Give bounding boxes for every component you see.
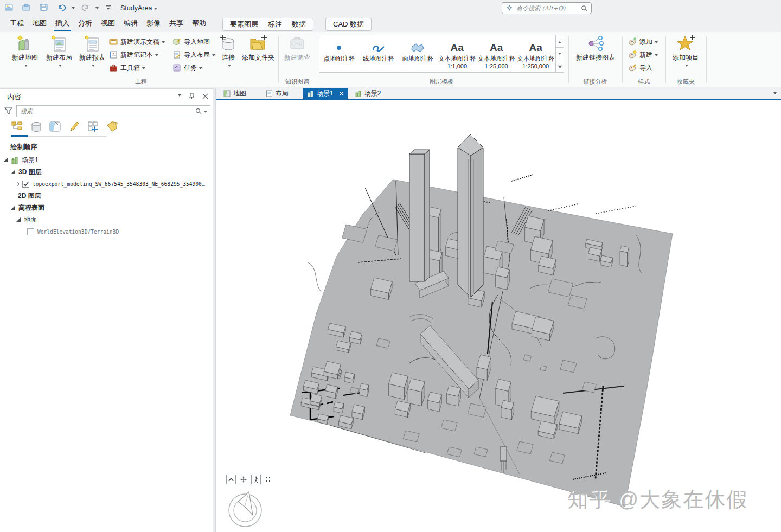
list-by-selection-icon[interactable]	[49, 120, 62, 134]
new-map-button[interactable]: 新建地图	[8, 34, 42, 69]
close-view-icon[interactable]	[339, 91, 344, 96]
tasks-button[interactable]: 任务	[172, 62, 202, 73]
command-search[interactable]	[502, 2, 592, 14]
layer-checkbox-unchecked[interactable]	[27, 228, 34, 235]
title-dropdown-icon[interactable]	[154, 8, 157, 11]
new-layout-button[interactable]: 新建布局	[42, 34, 76, 69]
polygon-note-template[interactable]: 面地图注释	[398, 35, 438, 72]
line-note-template[interactable]: 线地图注释	[359, 35, 399, 72]
style-new-button[interactable]: 新建	[628, 49, 658, 60]
add-item-button[interactable]: 添加项目	[668, 34, 703, 69]
pan-mode-button[interactable]	[239, 475, 248, 484]
list-by-label-class-icon[interactable]	[106, 120, 119, 134]
new-presentation-button[interactable]: 新建演示文稿	[109, 36, 165, 47]
tab-feature-layer[interactable]: 要素图层	[230, 20, 258, 29]
tree-item-ground[interactable]: 地面	[0, 214, 213, 226]
list-by-data-source-icon[interactable]	[30, 120, 43, 134]
expander-closed-icon[interactable]	[16, 182, 20, 187]
tab-data[interactable]: 数据	[292, 20, 306, 29]
tree-item-scene[interactable]: 场景1	[0, 154, 213, 166]
toolbox-icon	[109, 63, 118, 72]
text-note-icon: Aa	[438, 40, 477, 55]
tab-insert[interactable]: 插入	[55, 16, 69, 32]
tab-imagery[interactable]: 影像	[146, 16, 161, 32]
expander-open-icon[interactable]	[11, 206, 16, 210]
tasks-icon	[172, 63, 181, 72]
new-link-chart-button[interactable]: 新建链接图表	[574, 34, 617, 61]
import-layout-button[interactable]: 导入布局	[172, 49, 215, 60]
text-note-icon: Aa	[477, 40, 516, 55]
title-bar: StudyArea	[0, 0, 781, 16]
pin-icon[interactable]	[189, 93, 195, 100]
contents-search[interactable]	[16, 105, 210, 117]
expander-open-icon[interactable]	[11, 170, 16, 175]
view-tab-scene1[interactable]: 场景1	[303, 88, 348, 99]
scene-icon	[11, 156, 19, 164]
import-map-button[interactable]: 导入地图	[172, 36, 210, 47]
undo-icon[interactable]	[57, 3, 66, 12]
tab-map[interactable]: 地图	[33, 16, 47, 32]
tab-edit[interactable]: 编辑	[124, 16, 138, 32]
nav-expand-icon[interactable]	[265, 475, 271, 484]
tab-project[interactable]: 工程	[10, 16, 24, 32]
gallery-down-button[interactable]	[556, 48, 564, 60]
tree-item-terrain[interactable]: WorldElevation3D/Terrain3D	[0, 226, 213, 238]
tab-view[interactable]: 视图	[101, 16, 115, 32]
customize-qat-icon[interactable]	[105, 4, 112, 11]
list-by-editing-icon[interactable]	[68, 120, 81, 134]
text-note-template-1000[interactable]: Aa 文本地图注释 1:1,000	[438, 35, 477, 72]
add-folder-button[interactable]: 添加文件夹	[241, 34, 276, 61]
tab-analysis[interactable]: 分析	[78, 16, 92, 32]
redo-icon[interactable]	[81, 3, 90, 12]
tab-cad-data[interactable]: CAD 数据	[333, 20, 364, 29]
zoom-mode-button[interactable]	[226, 475, 236, 484]
style-add-button[interactable]: 添加	[628, 36, 658, 47]
save-icon[interactable]	[39, 3, 49, 12]
close-pane-icon[interactable]	[202, 93, 208, 99]
filter-icon[interactable]	[4, 107, 12, 115]
tree-item-3d-layers[interactable]: 3D 图层	[0, 166, 213, 178]
tree-item-2d-layers[interactable]: 2D 图层	[0, 190, 213, 202]
expander-open-icon[interactable]	[3, 158, 8, 163]
tab-share[interactable]: 共享	[169, 16, 183, 32]
import-layout-icon	[172, 50, 181, 59]
pane-menu-icon[interactable]	[178, 94, 181, 98]
view-tab-layout[interactable]: 布局	[261, 88, 293, 99]
tree-item-topo-layer[interactable]: topoexport_modeling_SW_667545_3548303_NE…	[0, 178, 213, 190]
command-search-input[interactable]	[515, 4, 581, 12]
gallery-up-button[interactable]	[556, 35, 564, 48]
text-note-template-25000[interactable]: Aa 文本地图注释 1:25,000	[477, 35, 516, 72]
redo-dropdown-icon[interactable]	[95, 7, 99, 11]
new-notebook-button[interactable]: 新建笔记本	[109, 49, 158, 60]
search-options-icon[interactable]	[204, 111, 207, 114]
tab-help[interactable]: 帮助	[192, 16, 206, 32]
contents-search-input[interactable]	[20, 107, 195, 116]
scene-viewport[interactable]: 知乎 @大象在休假	[216, 100, 781, 532]
expander-open-icon[interactable]	[16, 217, 21, 222]
walk-mode-button[interactable]	[251, 475, 261, 484]
view-tab-scene2[interactable]: 场景2	[350, 88, 386, 99]
gallery-expand-button[interactable]	[556, 60, 564, 72]
view-tab-map[interactable]: 地图	[219, 88, 251, 99]
point-note-template[interactable]: 点地图注释	[319, 35, 359, 72]
text-note-template-250000[interactable]: Aa 文本地图注释 1:250,000	[516, 35, 556, 72]
list-by-drawing-order-icon[interactable]	[11, 120, 24, 134]
tree-item-elevation[interactable]: 高程表面	[0, 202, 213, 214]
toolbox-button[interactable]: 工具箱	[109, 62, 145, 73]
compass-control[interactable]	[228, 488, 265, 528]
connect-button[interactable]: 连接	[216, 34, 241, 69]
new-report-button[interactable]: 新建报表	[75, 34, 110, 69]
contents-pane-title: 内容	[7, 92, 21, 102]
arcgis-pro-window: StudyArea 工程 地图 插入 分析 视图 编辑 影像 共享 帮助 要素图…	[0, 0, 781, 532]
list-by-snapping-icon[interactable]	[87, 120, 100, 134]
tab-labeling[interactable]: 标注	[268, 20, 282, 29]
style-import-button[interactable]: 导入	[628, 62, 652, 73]
import-map-icon	[172, 37, 181, 46]
view-tab-list-icon[interactable]	[773, 92, 777, 96]
connect-icon	[216, 34, 241, 53]
open-project-icon[interactable]	[22, 3, 31, 12]
layer-checkbox-checked[interactable]	[22, 181, 29, 188]
undo-dropdown-icon[interactable]	[72, 7, 75, 11]
polygon-note-icon	[398, 40, 438, 55]
save-project-icon[interactable]	[4, 3, 14, 12]
